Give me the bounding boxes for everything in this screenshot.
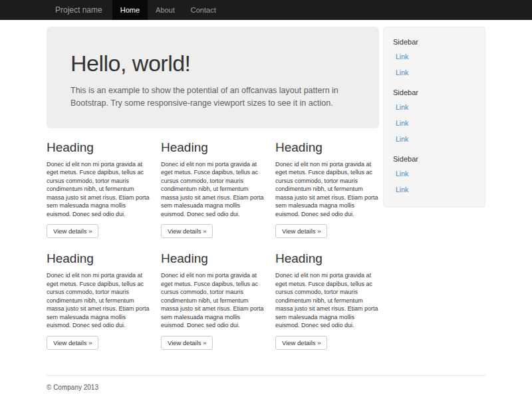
card-heading: Heading: [47, 140, 150, 155]
view-details-button[interactable]: View details »: [47, 224, 98, 238]
cards-row-1: Heading Donec id elit non mi porta gravi…: [47, 140, 379, 239]
sidebar-link[interactable]: Link: [393, 182, 475, 198]
navbar-brand[interactable]: Project name: [47, 0, 112, 20]
sidebar-link[interactable]: Link: [393, 99, 475, 115]
card-body-text: Donec id elit non mi porta gravida at eg…: [161, 160, 265, 219]
cards-row-2: Heading Donec id elit non mi porta gravi…: [47, 251, 379, 350]
card: Heading Donec id elit non mi porta gravi…: [47, 140, 150, 239]
sidebar-group: Sidebar Link Link Link: [393, 88, 475, 147]
copyright-text: © Company 2013: [47, 384, 485, 391]
navbar: Project name Home About Contact: [0, 0, 532, 20]
card-body-text: Donec id elit non mi porta gravida at eg…: [275, 271, 379, 330]
sidebar-link[interactable]: Link: [393, 115, 475, 131]
sidebar: Sidebar Link Link Sidebar Link Link Link…: [383, 27, 485, 207]
view-details-button[interactable]: View details »: [275, 336, 327, 350]
card-body-text: Donec id elit non mi porta gravida at eg…: [275, 160, 379, 219]
sidebar-link[interactable]: Link: [393, 131, 475, 147]
card-heading: Heading: [275, 251, 379, 266]
nav-item-about[interactable]: About: [148, 0, 183, 20]
card-heading: Heading: [161, 140, 265, 155]
card-heading: Heading: [47, 251, 150, 266]
card-body-text: Donec id elit non mi porta gravida at eg…: [161, 271, 265, 330]
view-details-button[interactable]: View details »: [275, 224, 327, 238]
sidebar-group-title: Sidebar: [393, 155, 475, 163]
main-content: Hello, world! This is an example to show…: [47, 27, 379, 363]
page-container: Hello, world! This is an example to show…: [47, 27, 485, 363]
card: Heading Donec id elit non mi porta gravi…: [47, 251, 150, 350]
nav-item-contact[interactable]: Contact: [183, 0, 224, 20]
view-details-button[interactable]: View details »: [47, 336, 98, 350]
footer: © Company 2013: [47, 375, 485, 399]
navbar-inner: Project name Home About Contact: [47, 0, 485, 20]
sidebar-link[interactable]: Link: [393, 166, 475, 182]
sidebar-link[interactable]: Link: [393, 49, 475, 65]
view-details-button[interactable]: View details »: [161, 224, 213, 238]
jumbotron-text: This is an example to show the potential…: [70, 84, 355, 110]
page-title: Hello, world!: [70, 51, 355, 76]
card: Heading Donec id elit non mi porta gravi…: [275, 251, 379, 350]
card-body-text: Donec id elit non mi porta gravida at eg…: [47, 271, 150, 330]
view-details-button[interactable]: View details »: [161, 336, 213, 350]
jumbotron: Hello, world! This is an example to show…: [47, 27, 379, 128]
navbar-menu: Home About Contact: [112, 0, 224, 20]
card-heading: Heading: [275, 140, 379, 155]
card: Heading Donec id elit non mi porta gravi…: [161, 140, 265, 239]
card: Heading Donec id elit non mi porta gravi…: [161, 251, 265, 350]
sidebar-group: Sidebar Link Link: [393, 38, 475, 80]
sidebar-group: Sidebar Link Link: [393, 155, 475, 198]
sidebar-link[interactable]: Link: [393, 65, 475, 80]
sidebar-group-title: Sidebar: [393, 88, 475, 96]
card-heading: Heading: [161, 251, 265, 266]
card: Heading Donec id elit non mi porta gravi…: [275, 140, 379, 239]
sidebar-group-title: Sidebar: [393, 38, 475, 46]
card-body-text: Donec id elit non mi porta gravida at eg…: [47, 160, 150, 219]
nav-item-home[interactable]: Home: [112, 0, 148, 20]
